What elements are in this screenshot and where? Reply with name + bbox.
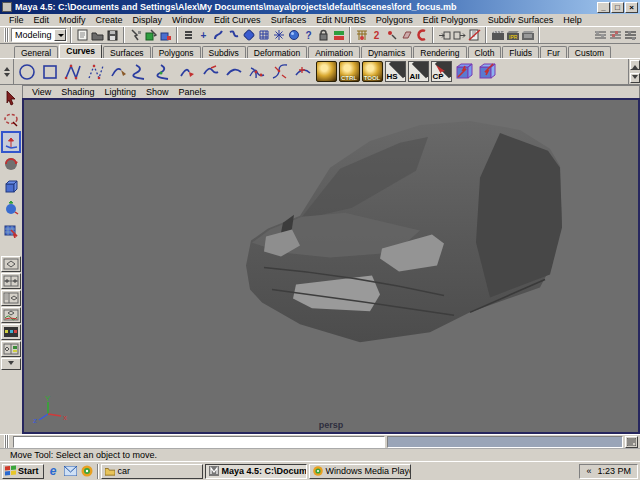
layout-persp-outliner-button[interactable] <box>1 290 21 306</box>
nurbs-circle-button[interactable] <box>16 60 38 83</box>
panel-menu-show[interactable]: Show <box>141 87 174 97</box>
shelf-tab-polygons[interactable]: Polygons <box>152 46 201 58</box>
intersect-curves-button[interactable] <box>246 60 268 83</box>
menu-subdiv-surfaces[interactable]: Subdiv Surfaces <box>483 15 559 25</box>
ipr-render-icon[interactable]: IPR <box>505 28 520 43</box>
output-connections-icon[interactable] <box>452 28 467 43</box>
shelf-tab-subdivs[interactable]: Subdivs <box>202 46 246 58</box>
select-object-icon[interactable] <box>143 28 158 43</box>
lock-selection-icon[interactable] <box>316 28 331 43</box>
input-connections-icon[interactable] <box>437 28 452 43</box>
attribute-editor-toggle[interactable] <box>593 28 608 43</box>
car-model[interactable] <box>24 100 638 432</box>
select-handles-icon[interactable]: + <box>196 28 211 43</box>
render-globals-icon[interactable] <box>520 28 535 43</box>
layout-persp-graph-button[interactable] <box>1 307 21 323</box>
select-dynamics-icon[interactable] <box>271 28 286 43</box>
poly-cube-script-1-button[interactable] <box>453 60 475 83</box>
task-button-maya[interactable]: Maya 4.5: C:\Docume... <box>205 464 307 479</box>
show-manipulator-tool[interactable] <box>1 197 21 219</box>
status-line-handle[interactable] <box>4 28 9 42</box>
menu-file[interactable]: File <box>4 15 29 25</box>
shelf-tab-fur[interactable]: Fur <box>540 46 567 58</box>
select-misc-icon[interactable]: ? <box>301 28 316 43</box>
internet-explorer-icon[interactable]: e <box>46 464 61 479</box>
script-editor-button[interactable] <box>625 436 638 448</box>
insert-knot-button[interactable] <box>292 60 314 83</box>
minimize-button[interactable]: _ <box>597 2 610 13</box>
layout-more-button[interactable] <box>1 358 21 370</box>
layout-hypergraph-button[interactable] <box>1 324 21 340</box>
nurbs-square-button[interactable] <box>39 60 61 83</box>
move-tool[interactable] <box>1 131 21 153</box>
select-component-icon[interactable] <box>158 28 173 43</box>
poly-cube-script-2-button[interactable] <box>476 60 498 83</box>
media-player-quicklaunch-icon[interactable] <box>80 464 95 479</box>
shelf-tab-cloth[interactable]: Cloth <box>468 46 502 58</box>
channel-box-toggle[interactable] <box>623 28 638 43</box>
new-scene-icon[interactable] <box>75 28 90 43</box>
select-rendering-icon[interactable] <box>286 28 301 43</box>
select-surfaces-icon[interactable] <box>241 28 256 43</box>
task-button-media-player[interactable]: Windows Media Player <box>309 464 411 479</box>
menu-set-dropdown[interactable]: Modeling <box>11 28 67 42</box>
restore-button[interactable]: □ <box>611 2 624 13</box>
pencil-curve-tool-button[interactable] <box>108 60 130 83</box>
script-sphere-button[interactable] <box>315 60 337 83</box>
tray-collapse-button[interactable]: « <box>586 466 591 476</box>
construction-history-icon[interactable] <box>467 28 482 43</box>
shelf-tab-animation[interactable]: Animation <box>308 46 360 58</box>
layout-four-view-button[interactable] <box>1 273 21 289</box>
hs-script-button[interactable]: HS <box>384 60 406 83</box>
rotate-tool[interactable] <box>1 153 21 175</box>
command-line-handle[interactable] <box>4 435 9 449</box>
all-objects-off-icon[interactable] <box>181 28 196 43</box>
select-curves-icon[interactable] <box>226 28 241 43</box>
menu-modify[interactable]: Modify <box>54 15 91 25</box>
make-live-icon[interactable] <box>414 28 429 43</box>
cv-curve-tool-button[interactable] <box>62 60 84 83</box>
render-current-frame-icon[interactable] <box>490 28 505 43</box>
menu-edit[interactable]: Edit <box>29 15 55 25</box>
highlight-selection-icon[interactable] <box>331 28 346 43</box>
select-joints-icon[interactable] <box>211 28 226 43</box>
snap-point-icon[interactable] <box>384 28 399 43</box>
ep-curve-tool-button[interactable] <box>85 60 107 83</box>
shelf-tab-fluids[interactable]: Fluids <box>502 46 539 58</box>
menu-create[interactable]: Create <box>91 15 128 25</box>
menu-window[interactable]: Window <box>167 15 209 25</box>
shelf-tab-deformation[interactable]: Deformation <box>247 46 307 58</box>
menu-edit-curves[interactable]: Edit Curves <box>209 15 266 25</box>
cp-script-button[interactable]: CP <box>430 60 452 83</box>
outlook-express-icon[interactable] <box>63 464 78 479</box>
panel-menu-view[interactable]: View <box>27 87 56 97</box>
tool-settings-toggle[interactable] <box>608 28 623 43</box>
shelf-scroll-up-button[interactable] <box>630 60 640 70</box>
panel-menu-lighting[interactable]: Lighting <box>99 87 141 97</box>
panel-menu-panels[interactable]: Panels <box>173 87 211 97</box>
snap-curve-icon[interactable]: 2 <box>369 28 384 43</box>
open-scene-icon[interactable] <box>90 28 105 43</box>
shelf-tab-surfaces[interactable]: Surfaces <box>103 46 151 58</box>
lasso-tool[interactable] <box>1 109 21 131</box>
last-tool[interactable] <box>1 219 21 241</box>
shelf-tab-custom[interactable]: Custom <box>568 46 611 58</box>
menu-edit-nurbs[interactable]: Edit NURBS <box>311 15 371 25</box>
menu-help[interactable]: Help <box>558 15 587 25</box>
viewport-persp[interactable]: Y z x persp <box>22 98 640 434</box>
detach-curves-button[interactable] <box>154 60 176 83</box>
cut-curve-button[interactable] <box>223 60 245 83</box>
select-deformations-icon[interactable] <box>256 28 271 43</box>
menu-display[interactable]: Display <box>128 15 168 25</box>
start-button[interactable]: Start <box>2 464 44 479</box>
layout-persp-hypershade-button[interactable] <box>1 341 21 357</box>
shelf-tab-general[interactable]: General <box>14 46 58 58</box>
select-hierarchy-icon[interactable] <box>128 28 143 43</box>
layout-single-persp-button[interactable] <box>1 256 21 272</box>
select-tool[interactable] <box>1 87 21 109</box>
shelf-tab-dynamics[interactable]: Dynamics <box>361 46 412 58</box>
panel-menu-shading[interactable]: Shading <box>56 87 99 97</box>
script-sphere-ctrl-button[interactable]: CTRL <box>338 60 360 83</box>
all-script-button[interactable]: All <box>407 60 429 83</box>
attach-curves-button[interactable] <box>131 60 153 83</box>
